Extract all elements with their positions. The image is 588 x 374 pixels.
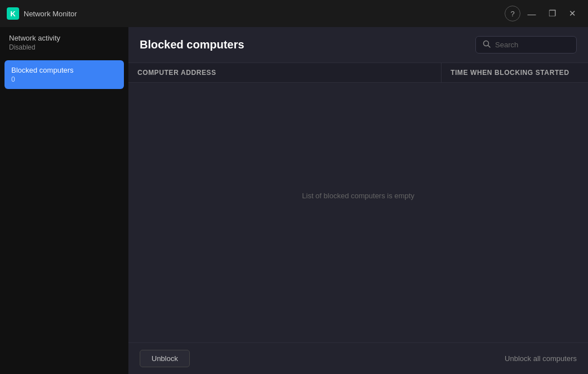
maximize-button[interactable]: ❐ <box>543 5 561 23</box>
close-button[interactable]: ✕ <box>563 5 581 23</box>
page-title: Blocked computers <box>140 38 244 51</box>
unblock-button[interactable]: Unblock <box>140 350 190 367</box>
column-header-time: Time when blocking started <box>442 63 588 82</box>
table-header: Computer address Time when blocking star… <box>128 63 588 83</box>
network-activity-sublabel: Disabled <box>9 43 119 51</box>
main-layout: Network activity Disabled Blocked comput… <box>0 27 588 374</box>
table-container: Computer address Time when blocking star… <box>128 63 588 342</box>
app-logo: K <box>7 7 19 20</box>
minimize-button[interactable]: — <box>523 5 541 23</box>
column-header-address: Computer address <box>128 63 442 82</box>
footer: Unblock Unblock all computers <box>128 342 588 374</box>
unblock-all-button[interactable]: Unblock all computers <box>505 354 577 363</box>
title-bar: K Network Monitor ? — ❐ ✕ <box>0 0 588 27</box>
app-title-label: Network Monitor <box>24 10 77 18</box>
search-input[interactable] <box>495 41 569 49</box>
svg-line-1 <box>488 46 491 48</box>
sidebar-item-blocked-computers[interactable]: Blocked computers 0 <box>5 60 124 89</box>
help-button[interactable]: ? <box>505 6 520 21</box>
search-icon <box>483 40 491 50</box>
title-bar-controls: ? — ❐ ✕ <box>505 5 581 23</box>
content-area: Blocked computers Computer address Time … <box>128 27 588 374</box>
search-box[interactable] <box>475 36 577 54</box>
empty-state-message: List of blocked computers is empty <box>128 83 588 308</box>
network-activity-label: Network activity <box>9 34 119 42</box>
sidebar: Network activity Disabled Blocked comput… <box>0 27 128 374</box>
content-header: Blocked computers <box>128 27 588 63</box>
title-bar-left: K Network Monitor <box>7 7 77 20</box>
sidebar-item-network-activity[interactable]: Network activity Disabled <box>0 27 128 58</box>
blocked-computers-label: Blocked computers <box>11 66 117 74</box>
blocked-computers-count: 0 <box>11 75 117 83</box>
